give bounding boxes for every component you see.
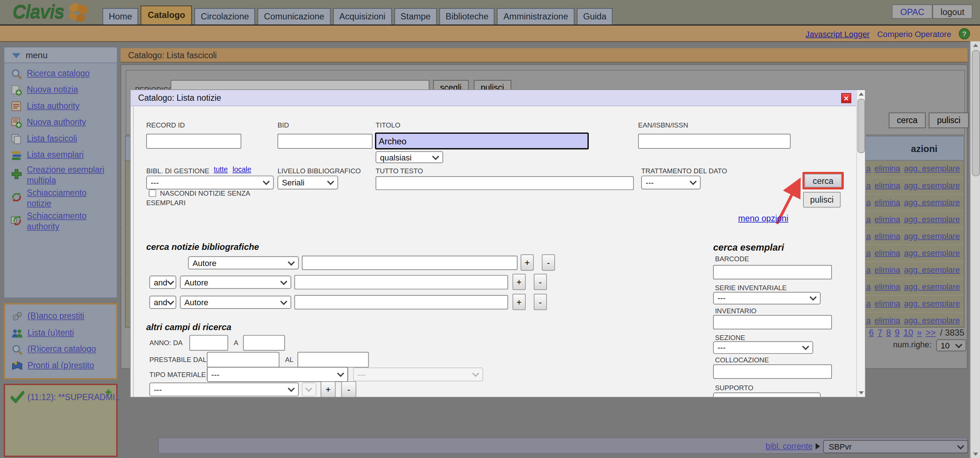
trattamento-select[interactable]: --- <box>641 175 700 189</box>
lista-notizie-dialog: Catalogo: Lista notizie ✕ RECORD ID BID … <box>130 89 866 398</box>
chevron-down-icon <box>288 385 294 392</box>
barcode-label: BARCODE <box>715 255 749 262</box>
sezione-select[interactable]: --- <box>713 341 813 353</box>
bibl-gestione-label: BIBL. DI GESTIONE <box>146 167 209 174</box>
tipo-materiale-label: TIPO MATERIALE <box>150 371 206 378</box>
inventario-input[interactable] <box>713 315 832 329</box>
close-icon[interactable]: ✕ <box>841 93 851 103</box>
scrollbar-thumb[interactable] <box>858 99 865 153</box>
page-vertical-scrollbar[interactable] <box>970 41 980 458</box>
meno-opzioni-link[interactable]: meno opzioni <box>738 214 788 223</box>
chevron-down-icon <box>305 385 312 392</box>
titolo-label: TITOLO <box>375 121 400 129</box>
remove-row-button[interactable]: - <box>534 294 547 310</box>
section-esemplari-heading: cerca esemplari <box>713 242 784 253</box>
prestabile-al-input[interactable] <box>298 352 369 367</box>
titolo-input[interactable] <box>375 133 589 149</box>
titolo-match-select[interactable]: qualsiasi <box>375 151 443 163</box>
scroll-up-icon[interactable] <box>859 92 864 95</box>
ean-input[interactable] <box>638 134 791 149</box>
anno-da-input[interactable] <box>189 335 228 351</box>
trattamento-label: TRATTAMENTO DEL DATO <box>641 167 727 174</box>
prestabile-dal-label: PRESTABILE DAL <box>150 356 207 363</box>
campo-select[interactable]: Autore <box>188 256 299 269</box>
section-notizie-heading: cerca notizie bibliografiche <box>146 242 259 252</box>
campo-input[interactable] <box>294 295 508 309</box>
supporto-select[interactable]: --- <box>713 393 821 398</box>
ean-label: EAN/ISBN/ISSN <box>638 121 688 129</box>
tipo-materiale-select[interactable]: --- <box>207 367 348 382</box>
inner-frame-border <box>133 106 134 397</box>
barcode-input[interactable] <box>713 265 832 279</box>
remove-row-button[interactable]: - <box>534 274 547 290</box>
livello-select[interactable]: Seriali <box>277 175 338 189</box>
inventario-label: INVENTARIO <box>715 307 757 314</box>
campo-select[interactable]: Autore <box>180 275 291 289</box>
nascondi-label: NASCONDI NOTIZIE SENZA ESEMPLARI <box>146 189 250 206</box>
bibl-gestione-select[interactable]: --- <box>146 175 274 189</box>
serie-inventariale-select[interactable]: --- <box>713 292 821 304</box>
collocazione-input[interactable] <box>713 364 832 379</box>
chevron-down-icon <box>167 297 174 304</box>
remove-row-button[interactable]: - <box>542 254 555 270</box>
chevron-down-icon <box>689 178 697 185</box>
chevron-down-icon <box>810 394 817 398</box>
livello-label: LIVELLO BIBLIOGRAFICO <box>277 167 361 174</box>
remove-row-button[interactable]: - <box>341 382 356 398</box>
add-row-button[interactable]: + <box>520 254 534 270</box>
campo-select[interactable]: Autore <box>180 296 291 309</box>
scroll-up-icon[interactable] <box>973 44 978 47</box>
supporto-label: SUPPORTO <box>715 383 754 391</box>
anno-a-input[interactable] <box>243 335 285 351</box>
chevron-down-icon <box>337 370 344 377</box>
tutto-testo-input[interactable] <box>375 176 634 190</box>
chevron-down-icon <box>432 153 439 160</box>
scroll-down-icon[interactable] <box>859 391 864 394</box>
dialog-titlebar[interactable]: Catalogo: Lista notizie <box>131 90 865 106</box>
scroll-down-icon[interactable] <box>973 453 978 456</box>
chevron-down-icon <box>262 178 270 185</box>
tutto-testo-label: TUTTO TESTO <box>375 167 423 174</box>
add-row-button[interactable]: + <box>512 274 526 290</box>
prestabile-al-label: AL <box>285 356 293 363</box>
sezione-label: SEZIONE <box>715 334 745 341</box>
chevron-down-icon <box>280 278 287 285</box>
anno-da-label: ANNO: DA <box>150 339 183 346</box>
operator-select[interactable]: and <box>150 275 176 289</box>
section-altri-heading: altri campi di ricerca <box>146 322 231 332</box>
add-row-button[interactable]: + <box>512 294 526 310</box>
record-id-label: RECORD ID <box>146 121 185 129</box>
anno-a-label: A <box>234 339 239 346</box>
chevron-down-icon <box>280 297 287 304</box>
chevron-down-icon <box>288 258 294 265</box>
nascondi-wrap: NASCONDI NOTIZIE SENZA ESEMPLARI <box>146 189 260 207</box>
chevron-down-icon <box>327 178 334 185</box>
extra-sub-select <box>302 383 316 396</box>
application-window: Clavis Home Catalogo Circolazione Comuni… <box>0 0 980 458</box>
add-row-button[interactable]: + <box>321 382 336 398</box>
dialog-vertical-scrollbar[interactable] <box>856 90 865 397</box>
bid-input[interactable] <box>277 134 372 149</box>
collocazione-label: COLLOCAZIONE <box>715 356 769 363</box>
extra-field-select[interactable]: --- <box>150 383 299 396</box>
prestabile-dal-input[interactable] <box>207 352 280 367</box>
chevron-down-icon <box>167 278 174 285</box>
chevron-down-icon <box>472 370 479 377</box>
campo-input[interactable] <box>302 256 518 270</box>
nascondi-checkbox[interactable] <box>149 189 156 197</box>
tipo-materiale-sub-select: --- <box>353 367 483 382</box>
campo-input[interactable] <box>294 275 508 289</box>
dialog-title: Catalogo: Lista notizie <box>138 93 221 103</box>
locale-link[interactable]: locale <box>232 165 251 173</box>
record-id-input[interactable] <box>146 134 241 149</box>
chevron-down-icon <box>802 343 809 350</box>
chevron-down-icon <box>810 294 817 301</box>
tutte-link[interactable]: tutte <box>213 165 228 173</box>
serie-inventariale-label: SERIE INVENTARIALE <box>715 284 787 291</box>
operator-select[interactable]: and <box>150 296 176 309</box>
bid-label: BID <box>277 121 289 129</box>
scrollbar-thumb[interactable] <box>972 50 980 176</box>
